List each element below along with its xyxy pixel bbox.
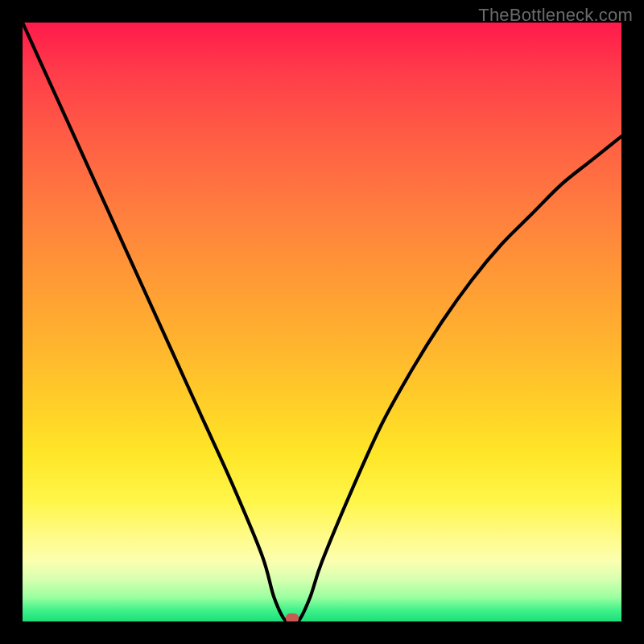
watermark-label: TheBottleneck.com — [478, 5, 633, 26]
bottleneck-curve — [23, 23, 621, 621]
chart-frame: TheBottleneck.com — [0, 0, 644, 644]
plot-area — [23, 23, 621, 621]
minimum-marker-icon — [286, 613, 299, 621]
